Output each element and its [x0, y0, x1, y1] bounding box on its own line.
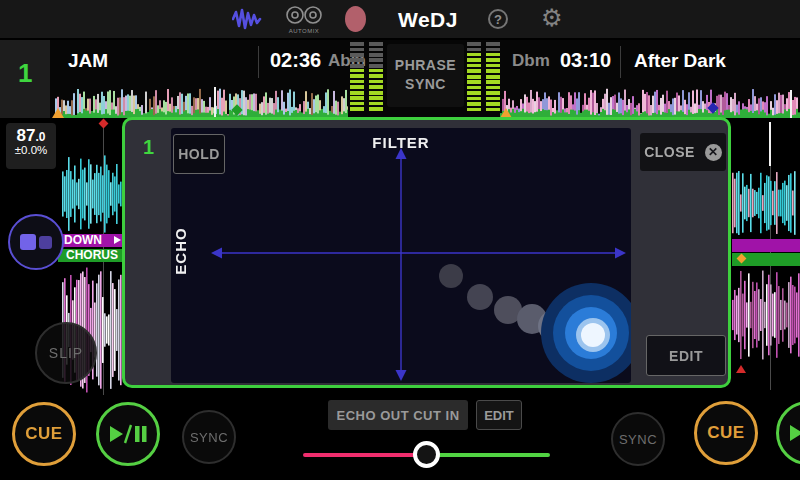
phrase-arrow-icon [114, 236, 121, 244]
deck2-level-meter [467, 42, 500, 112]
record-button[interactable] [345, 6, 366, 32]
deck1-cue-button[interactable]: CUE [12, 402, 76, 466]
deck1-overview-playhead [214, 87, 216, 118]
pad-square-icon [39, 236, 52, 249]
cue-label: CUE [707, 423, 744, 443]
crossfader-knob[interactable] [413, 441, 440, 468]
automix-button[interactable]: AUTOMIX [284, 5, 324, 34]
deck2-overview-waveform[interactable] [500, 87, 800, 118]
deck2-track-title: After Dark [634, 50, 726, 72]
edit-label: EDIT [484, 408, 514, 423]
fx-mode-button[interactable]: ECHO OUT CUT IN [328, 400, 468, 430]
cue-label: CUE [25, 424, 62, 444]
divider [258, 46, 259, 78]
hold-label: HOLD [178, 146, 220, 162]
deck1-play-pause-button[interactable] [96, 402, 160, 466]
deck2-waveform[interactable] [732, 168, 796, 238]
pad-square-icon [20, 234, 36, 250]
deck2-sync-button[interactable]: SYNC [611, 412, 665, 466]
play-pause-icon [107, 421, 149, 447]
close-label: CLOSE [644, 144, 695, 160]
fx-edit-button[interactable]: EDIT [646, 335, 726, 376]
bpm-value: 87 [17, 126, 36, 145]
fx-mode-edit-button[interactable]: EDIT [476, 400, 522, 430]
fx-close-button[interactable]: CLOSE ✕ [640, 133, 726, 171]
crossfader-track-right [427, 453, 550, 457]
settings-gear-icon[interactable]: ⚙ [541, 6, 563, 30]
help-icon[interactable]: ? [488, 9, 508, 29]
deck1-bpm-display[interactable]: 87.0 ±0.0% [6, 123, 56, 169]
phrase-sync-label-1: PHRASE [395, 57, 456, 73]
sync-label: SYNC [619, 432, 657, 447]
performance-pads-button[interactable] [8, 214, 64, 270]
phrase-chorus-label: CHORUS [66, 249, 118, 262]
crossfader-track-left [303, 453, 427, 457]
phrase-sync-label-2: SYNC [405, 76, 446, 92]
play-pause-icon [787, 420, 800, 446]
deck2-waveform-lower[interactable] [732, 267, 800, 363]
deck1-level-meter [350, 42, 383, 112]
deck1-phrase-bar-down: DOWN [62, 234, 122, 247]
app-title: WeDJ [398, 8, 458, 32]
deck2-time: 03:10 [560, 49, 611, 72]
deck1-overview-waveform[interactable] [55, 87, 348, 118]
automix-icon [286, 5, 322, 25]
deck2-overview-playhead [790, 90, 792, 118]
fx-xy-pad[interactable] [171, 128, 631, 383]
deck1-time: 02:36 [270, 49, 321, 72]
deck1-waveform[interactable] [62, 152, 122, 236]
wedj-app: AUTOMIX WeDJ ? ⚙ 1 JAM 02:36 Abm PHRASE … [0, 0, 800, 480]
waveform-view-icon[interactable] [232, 8, 262, 30]
fx-y-axis-label: ECHO [172, 227, 189, 274]
phrase-sync-button[interactable]: PHRASE SYNC [387, 44, 464, 107]
deck1-playhead-marker [99, 119, 109, 129]
deck1-sync-button[interactable]: SYNC [182, 410, 236, 464]
phrase-down-label: DOWN [64, 234, 102, 247]
slip-label: SLIP [49, 345, 83, 361]
deck2-playhead-top [769, 122, 771, 166]
automix-label: AUTOMIX [284, 28, 324, 34]
deck1-overview-start-marker [52, 108, 64, 118]
deck1-number-panel: 1 [0, 40, 50, 118]
slip-button[interactable]: SLIP [35, 322, 97, 384]
fx-pad-graphics [171, 128, 631, 383]
fx-mode-label: ECHO OUT CUT IN [336, 408, 459, 423]
tempo-range: ±0.0% [6, 144, 56, 156]
fx-x-axis-label: FILTER [372, 134, 429, 151]
deck2-play-pause-button[interactable] [776, 401, 800, 465]
track-info-row: 1 JAM 02:36 Abm PHRASE SYNC Dbm 03:10 Af… [0, 40, 800, 118]
divider [620, 46, 621, 78]
sync-label: SYNC [190, 430, 228, 445]
deck2-phrase-bar-1 [732, 239, 800, 252]
deck2-key: Dbm [512, 51, 550, 71]
close-icon: ✕ [705, 144, 722, 161]
deck1-phrase-bar-chorus: CHORUS [58, 249, 122, 262]
fx-edit-label: EDIT [669, 348, 703, 364]
fx-pad-panel: 1 [122, 117, 731, 388]
deck1-number: 1 [18, 58, 32, 89]
deck2-cue-button[interactable]: CUE [694, 401, 758, 465]
deck2-cue-marker [736, 365, 746, 373]
fx-deck-number: 1 [143, 136, 154, 159]
fx-hold-button[interactable]: HOLD [173, 134, 225, 174]
deck1-track-title: JAM [68, 50, 108, 72]
header-bar: AUTOMIX WeDJ ? ⚙ [0, 0, 800, 38]
